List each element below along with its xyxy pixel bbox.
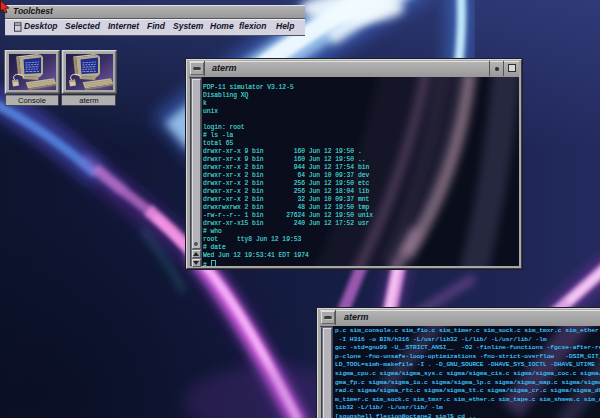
svg-text:Console: Console xyxy=(18,96,46,105)
svg-text:aterm: aterm xyxy=(79,96,98,105)
